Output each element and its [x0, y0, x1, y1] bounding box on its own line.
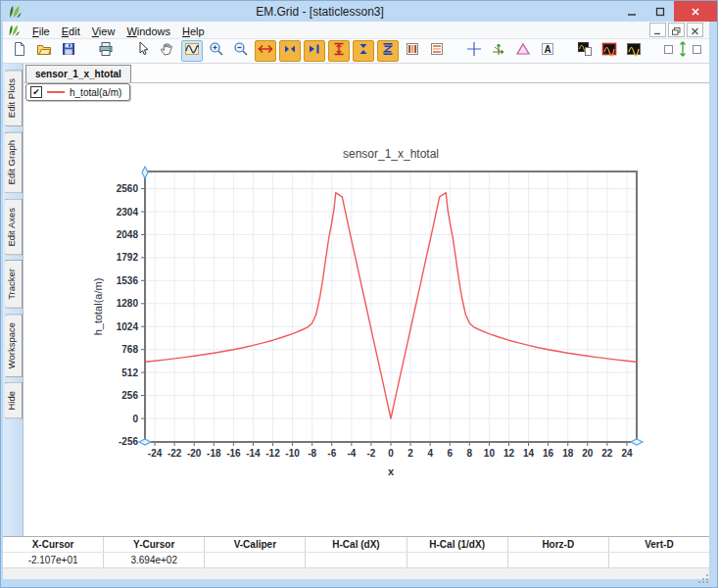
- resize-grip-icon[interactable]: [697, 569, 709, 579]
- x-tick-label: 0: [388, 448, 394, 459]
- triangle-icon: [515, 41, 531, 61]
- fit-horizontal-button[interactable]: [304, 40, 325, 62]
- legend-checkbox[interactable]: ✔: [30, 86, 42, 98]
- plot-style-frame-button[interactable]: [598, 40, 620, 62]
- x-tick-label: 14: [523, 448, 535, 459]
- valign-group-icon: [663, 41, 702, 61]
- sidebar-tab-edit-graph[interactable]: Edit Graph: [5, 131, 23, 193]
- sidebar-tab-edit-plots[interactable]: Edit Plots: [5, 70, 23, 126]
- compress-horizontal-button[interactable]: [279, 40, 301, 62]
- sidebar-tab-tracker[interactable]: Tracker: [5, 260, 23, 309]
- h-fit-icon: [307, 41, 322, 61]
- h-expand-icon: [258, 41, 273, 61]
- status-bar: X-CursorY-CursorV-CaliperH-Cal (dX)H-Cal…: [3, 536, 709, 567]
- chart-canvas[interactable]: -24-22-20-18-16-14-12-10-8-6-4-202468101…: [24, 83, 709, 536]
- x-tick-label: 24: [621, 448, 633, 459]
- shape-tool-button[interactable]: [512, 40, 534, 62]
- selection-handle-icon[interactable]: [139, 439, 151, 445]
- text-label-button[interactable]: A: [537, 40, 558, 62]
- zoom-in-button[interactable]: [206, 40, 227, 62]
- window-controls: [617, 1, 717, 22]
- menu-edit[interactable]: Edit: [56, 24, 86, 38]
- y-tick-label: 2560: [117, 183, 139, 194]
- menu-view[interactable]: View: [86, 24, 121, 38]
- open-file-button[interactable]: [33, 40, 55, 62]
- table-columns-icon: [405, 41, 420, 61]
- x-tick-label: 12: [503, 448, 515, 459]
- close-button[interactable]: [674, 1, 717, 22]
- maximize-icon: [655, 3, 665, 21]
- y-tick-label: 1280: [117, 298, 139, 309]
- x-tick-label: 18: [562, 448, 574, 459]
- minimize-button[interactable]: [617, 1, 646, 22]
- x-tick-label: -16: [226, 448, 241, 459]
- table-columns-button[interactable]: [402, 40, 423, 62]
- crosshair-icon: [466, 41, 482, 61]
- print-icon: [98, 41, 114, 61]
- svg-text:A: A: [544, 44, 550, 55]
- maximize-button[interactable]: [646, 1, 674, 22]
- window-title: EM.Grid - [staticlesson3]: [23, 5, 617, 19]
- title-bar: EM.Grid - [staticlesson3]: [1, 1, 717, 22]
- zoom-out-button[interactable]: [230, 40, 252, 62]
- mdi-restore-button[interactable]: [668, 23, 685, 37]
- new-file-icon: [12, 41, 27, 61]
- sidebar-tab-edit-axes[interactable]: Edit Axes: [5, 199, 23, 256]
- save-file-icon: [61, 41, 76, 61]
- status-value-row: -2.107e+013.694e+02: [3, 553, 709, 567]
- menu-file[interactable]: File: [26, 24, 56, 38]
- pan-tool-button[interactable]: [157, 40, 178, 62]
- compress-vertical-button[interactable]: [353, 40, 374, 62]
- axes-button[interactable]: [488, 40, 509, 62]
- selection-handle-icon[interactable]: [142, 167, 148, 178]
- trace-select-tool-button[interactable]: [181, 40, 203, 62]
- x-tick-label: -20: [187, 448, 202, 459]
- y-tick-label: 1792: [117, 252, 139, 263]
- y-tick-label: 0: [132, 414, 138, 424]
- status-value-y-cursor: 3.694e+02: [104, 553, 205, 567]
- menu-bar: FileEditViewWindowsHelp: [3, 22, 709, 39]
- pointer-tool-button[interactable]: [132, 40, 154, 62]
- table-rows-button[interactable]: [426, 40, 448, 62]
- toolbar: ALayout▾: [3, 39, 709, 64]
- status-value-v-caliper: [205, 553, 306, 567]
- text-a-icon: A: [540, 41, 555, 61]
- status-label-h-cal-1-dx-: H-Cal (1/dX): [407, 537, 508, 552]
- mdi-close-button[interactable]: [687, 23, 703, 37]
- status-label-h-cal-dx-: H-Cal (dX): [306, 537, 407, 552]
- print-button[interactable]: [95, 40, 117, 62]
- x-tick-label: -10: [285, 448, 300, 459]
- sidebar-tab-hide[interactable]: Hide: [5, 382, 23, 419]
- legend-box[interactable]: ✔ h_total(a/m): [25, 83, 130, 101]
- expand-vertical-button[interactable]: [328, 40, 350, 62]
- menu-windows[interactable]: Windows: [120, 24, 176, 38]
- match-vertical-button[interactable]: [660, 40, 705, 62]
- h-compress-icon: [282, 41, 298, 61]
- mdi-minimize-button[interactable]: [649, 23, 666, 37]
- expand-horizontal-button[interactable]: [255, 40, 276, 62]
- crosshair-button[interactable]: [463, 40, 485, 62]
- x-tick-label: -18: [207, 448, 221, 459]
- plot-region: ✔ h_total(a/m) -24-22-20-18-16-14-12-10-…: [24, 83, 709, 536]
- copy-plot-icon: [577, 41, 593, 61]
- save-file-button[interactable]: [58, 40, 79, 62]
- menu-help[interactable]: Help: [176, 24, 211, 38]
- selection-handle-icon[interactable]: [631, 439, 643, 445]
- status-label-row: X-CursorY-CursorV-CaliperH-Cal (dX)H-Cal…: [3, 537, 709, 553]
- new-file-button[interactable]: [9, 40, 30, 62]
- pan-hand-icon: [160, 41, 175, 61]
- zoom-out-icon: [233, 41, 249, 61]
- open-file-icon: [36, 41, 52, 61]
- plot-style-dark-button[interactable]: [623, 40, 645, 62]
- x-tick-label: 20: [582, 448, 594, 459]
- tab-sensor_1_x_htotal[interactable]: sensor_1_x_htotal: [25, 65, 131, 82]
- copy-plot-button[interactable]: [574, 40, 596, 62]
- app-logo-icon: [7, 4, 23, 20]
- v-fit-icon: [380, 41, 396, 61]
- x-tick-label: 2: [407, 448, 413, 459]
- sidebar-tab-workspace[interactable]: Workspace: [5, 314, 23, 377]
- v-expand-icon: [331, 41, 347, 61]
- fit-vertical-button[interactable]: [377, 40, 399, 62]
- zoom-in-icon: [209, 41, 224, 61]
- app-window: EM.Grid - [staticlesson3] FileEditViewWi…: [0, 0, 718, 588]
